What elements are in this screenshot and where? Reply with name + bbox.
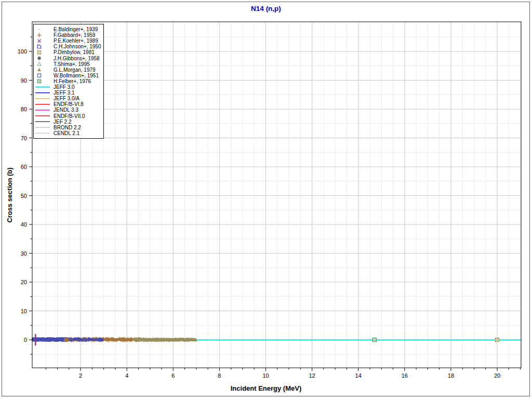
- legend-label: CENDL 2.1: [54, 130, 80, 136]
- x-tick-label: 6: [171, 373, 175, 379]
- y-tick-label: 60: [21, 164, 27, 170]
- x-tick-label: 4: [125, 373, 128, 379]
- legend-label: J.H.Gibbons+, 1958: [54, 56, 100, 61]
- legend-label: H.Felber+, 1976: [54, 78, 91, 84]
- gridlines: [33, 22, 521, 367]
- x-tick-label: 20: [494, 373, 500, 379]
- legend-label: JEF 2.2: [54, 119, 72, 125]
- data-point: [496, 338, 499, 342]
- x-tick-label: 10: [262, 373, 269, 379]
- data-band-markers: [132, 337, 197, 342]
- legend-marker: [39, 29, 40, 30]
- legend-label: ENDF/B-VII.0: [54, 113, 85, 119]
- y-tick-label: 30: [21, 250, 27, 257]
- legend-label: W.Bollmann+, 1951: [54, 73, 99, 78]
- y-tick-label: 90: [21, 77, 27, 84]
- x-tick-label: 12: [309, 373, 315, 379]
- x-tick-label: 2: [79, 373, 82, 379]
- y-tick-label: 80: [21, 106, 27, 112]
- y-tick-label: 70: [21, 135, 27, 141]
- plot-canvas[interactable]: 24681012141618200102030405060708090100E.…: [0, 0, 532, 399]
- legend-label: JEFF 3.0/A: [54, 96, 79, 101]
- x-tick-label: 18: [448, 373, 454, 379]
- legend-label: E.Baldinger+, 1939: [54, 26, 98, 32]
- plot-frame: [32, 22, 521, 368]
- data-band-markers: [32, 338, 69, 341]
- legend: E.Baldinger+, 1939F.Gabbard+, 1959P.E.Ko…: [34, 24, 104, 139]
- legend-label: ENDF/B-VI.8: [54, 101, 84, 107]
- data-band-markers: [69, 338, 103, 341]
- legend-label: P.E.Koehler+, 1989: [54, 38, 98, 44]
- legend-label: JEFF 3.1: [54, 90, 75, 96]
- legend-marker: [37, 57, 41, 60]
- y-tick-label: 100: [18, 48, 27, 55]
- legend-label: JENDL 3.3: [54, 107, 78, 113]
- y-tick-label: 10: [21, 308, 27, 314]
- y-tick-label: 0: [24, 337, 27, 343]
- error-bar: [35, 334, 36, 345]
- legend-label: F.Gabbard+, 1959: [54, 32, 96, 38]
- data-point: [373, 338, 376, 342]
- legend-label: BROND 2.2: [54, 125, 81, 130]
- legend-label: P.Dimbylow, 1981: [54, 49, 95, 55]
- y-tick-label: 20: [21, 279, 27, 285]
- legend-label: JEFF 3.0: [54, 84, 75, 90]
- y-tick-label: 40: [21, 221, 27, 228]
- legend-label: G.L.Morgan, 1979: [54, 67, 96, 73]
- x-tick-label: 14: [355, 373, 362, 379]
- x-tick-label: 8: [218, 373, 221, 379]
- legend-label: C.H.Johnson+, 1950: [54, 44, 101, 49]
- y-tick-label: 50: [21, 193, 27, 199]
- legend-label: T.Shima+, 1995: [54, 61, 90, 67]
- x-tick-label: 16: [402, 373, 408, 379]
